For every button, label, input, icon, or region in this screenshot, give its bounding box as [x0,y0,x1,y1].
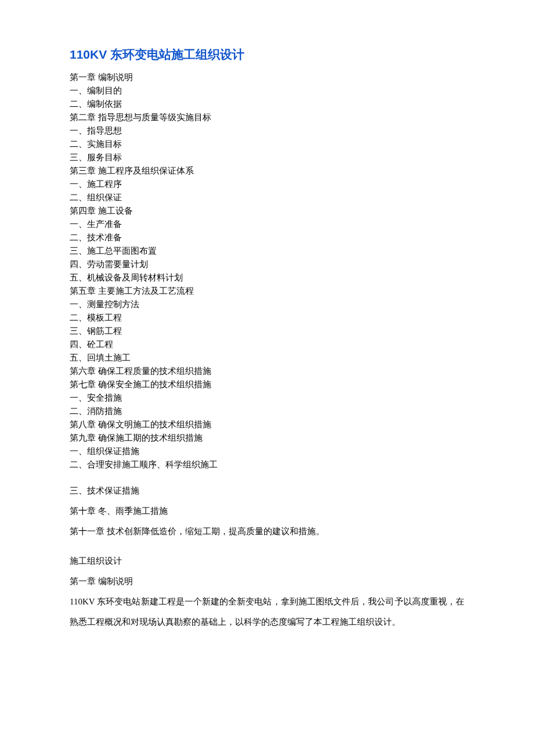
section-heading: 施工组织设计 [70,551,464,571]
toc-item: 一、组织保证措施 [70,445,464,458]
toc-item: 第十一章 技术创新降低造价，缩短工期，提高质量的建议和措施。 [70,521,464,542]
document-title: 110KV 东环变电站施工组织设计 [70,46,464,63]
toc-continued: 三、技术保证措施 第十章 冬、雨季施工措施 第十一章 技术创新降低造价，缩短工期… [70,481,464,542]
toc-item: 五、机械设备及周转材料计划 [70,271,464,285]
toc-item: 一、编制目的 [70,84,464,98]
toc-item: 第七章 确保安全施工的技术组织措施 [70,378,464,391]
toc-item: 三、施工总平面图布置 [70,244,464,258]
toc-item: 一、安全措施 [70,391,464,405]
toc-item: 三、钢筋工程 [70,325,464,338]
toc-item: 第二章 指导思想与质量等级实施目标 [70,111,464,124]
toc-item: 二、合理安排施工顺序、科学组织施工 [70,458,464,471]
toc-item: 第一章 编制说明 [70,71,464,84]
toc-item: 四、砼工程 [70,338,464,351]
toc-item: 四、劳动需要量计划 [70,258,464,271]
toc-item: 第三章 施工程序及组织保证体系 [70,164,464,178]
toc-item: 一、施工程序 [70,178,464,191]
toc-item: 二、实施目标 [70,138,464,151]
section-heading: 第一章 编制说明 [70,571,464,592]
toc-item: 二、消防措施 [70,405,464,418]
toc-item: 第五章 主要施工方法及工艺流程 [70,285,464,298]
toc-item: 一、生产准备 [70,218,464,231]
toc-item: 一、测量控制方法 [70,298,464,311]
toc-item: 三、服务目标 [70,151,464,164]
toc-item: 二、模板工程 [70,311,464,325]
toc-item: 二、组织保证 [70,191,464,204]
toc-item: 第八章 确保文明施工的技术组织措施 [70,418,464,431]
toc-item: 二、技术准备 [70,231,464,244]
toc-item: 二、编制依据 [70,98,464,111]
document-body: 施工组织设计 第一章 编制说明 110KV 东环变电站新建工程是一个新建的全新变… [70,551,464,632]
toc-item: 第四章 施工设备 [70,204,464,218]
toc-item: 第十章 冬、雨季施工措施 [70,501,464,521]
toc-item: 第六章 确保工程质量的技术组织措施 [70,365,464,378]
toc-item: 第九章 确保施工期的技术组织措施 [70,431,464,445]
toc-item: 五、回填土施工 [70,351,464,365]
table-of-contents: 第一章 编制说明 一、编制目的 二、编制依据 第二章 指导思想与质量等级实施目标… [70,71,464,471]
toc-item: 三、技术保证措施 [70,481,464,501]
toc-item: 一、指导思想 [70,124,464,138]
body-paragraph: 110KV 东环变电站新建工程是一个新建的全新变电站，拿到施工图纸文件后，我公司… [70,592,464,632]
